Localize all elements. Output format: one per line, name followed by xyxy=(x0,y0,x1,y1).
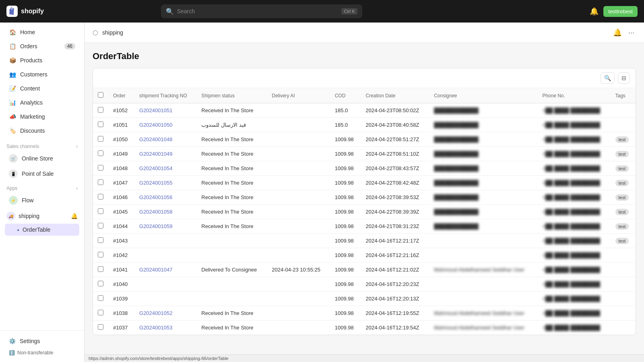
tracking-link[interactable]: G2024001053 xyxy=(139,325,172,331)
row-checkbox[interactable] xyxy=(98,179,103,185)
row-tracking[interactable]: G2024001053 xyxy=(134,321,196,335)
header-more-button[interactable]: ··· xyxy=(627,27,636,39)
row-cod: 1009.98 xyxy=(330,292,361,306)
tag-badge: test xyxy=(615,180,629,186)
sidebar-item-online-store[interactable]: 🛒 Online Store xyxy=(2,151,82,166)
sidebar-item-marketing[interactable]: 📣 Marketing xyxy=(2,110,82,123)
row-tracking[interactable]: G2024001047 xyxy=(134,263,196,277)
search-toolbar-button[interactable]: 🔍 xyxy=(601,72,615,84)
row-order: #1046 xyxy=(108,190,134,205)
tracking-link[interactable]: G2024001058 xyxy=(139,209,172,215)
row-delivery-ai xyxy=(267,277,330,292)
row-checkbox[interactable] xyxy=(98,252,103,257)
sidebar-item-orders[interactable]: 📋 Orders 46 xyxy=(2,39,82,53)
content-header: ⬡ shipping 🔔 ··· xyxy=(85,23,644,43)
row-created: 2024-04-16T12:21:02Z xyxy=(361,263,429,277)
sidebar-item-home[interactable]: 🏠 Home xyxy=(2,25,82,39)
sidebar-item-customers[interactable]: 👥 Customers xyxy=(2,68,82,81)
tracking-link[interactable]: G2024001055 xyxy=(139,180,172,186)
row-created: 2024-04-22T08:51:10Z xyxy=(361,147,429,161)
search-input[interactable] xyxy=(177,8,339,14)
row-checkbox[interactable] xyxy=(98,266,103,272)
header-bell-button[interactable]: 🔔 xyxy=(611,27,623,39)
row-tracking[interactable]: G2024001058 xyxy=(134,205,196,219)
row-checkbox[interactable] xyxy=(98,295,103,301)
row-checkbox[interactable] xyxy=(98,324,103,330)
row-tags xyxy=(611,321,636,335)
row-consignee xyxy=(429,277,537,292)
row-checkbox[interactable] xyxy=(98,107,103,113)
row-checkbox[interactable] xyxy=(98,136,103,142)
row-tracking[interactable]: G2024001054 xyxy=(134,161,196,176)
tracking-link[interactable]: G2024001051 xyxy=(139,107,172,113)
row-tracking[interactable]: G2024001052 xyxy=(134,306,196,321)
row-created: 2024-04-23T08:40:58Z xyxy=(361,118,429,132)
sidebar-item-analytics[interactable]: 📊 Analytics xyxy=(2,96,82,109)
row-cod: 1009.98 xyxy=(330,234,361,248)
row-delivery-ai xyxy=(267,248,330,263)
sidebar-item-point-of-sale[interactable]: 📱 Point of Sale xyxy=(2,167,82,181)
sidebar-item-ordertable[interactable]: ● OrderTable xyxy=(5,224,79,236)
row-tracking[interactable]: G2024001056 xyxy=(134,190,196,205)
orders-icon: 📋 xyxy=(9,43,16,50)
notification-button[interactable]: 🔔 xyxy=(590,7,599,16)
row-tracking[interactable]: G2024001051 xyxy=(134,103,196,118)
row-checkbox[interactable] xyxy=(98,237,103,243)
row-checkbox[interactable] xyxy=(98,165,103,171)
tracking-link[interactable]: G2024001056 xyxy=(139,194,172,200)
row-tracking[interactable]: G2024001059 xyxy=(134,219,196,234)
tracking-link[interactable]: G2024001049 xyxy=(139,151,172,157)
row-order: #1042 xyxy=(108,248,134,263)
row-tags: test xyxy=(611,234,636,248)
select-all-checkbox[interactable] xyxy=(98,92,103,98)
row-tracking[interactable]: G2024001050 xyxy=(134,118,196,132)
tracking-link[interactable]: G2024001059 xyxy=(139,223,172,229)
col-consignee: Consignee xyxy=(429,88,537,103)
tracking-link[interactable]: G2024001048 xyxy=(139,136,172,142)
row-tracking xyxy=(134,277,196,292)
sidebar-item-content[interactable]: 📝 Content xyxy=(2,82,82,95)
row-cod: 1009.98 xyxy=(330,205,361,219)
row-tracking[interactable]: G2024001049 xyxy=(134,147,196,161)
info-icon: ℹ️ xyxy=(9,350,15,356)
tracking-link[interactable]: G2024001047 xyxy=(139,267,172,273)
sidebar-item-discounts[interactable]: 🏷️ Discounts xyxy=(2,124,82,138)
filter-toolbar-button[interactable]: ⊟ xyxy=(618,72,630,84)
tag-badge: test xyxy=(615,223,629,230)
row-checkbox[interactable] xyxy=(98,150,103,156)
brand-logo[interactable]: shopify xyxy=(6,6,44,17)
table-row: #1052 G2024001051 Received In The Store … xyxy=(93,103,636,118)
tracking-link[interactable]: G2024001052 xyxy=(139,310,172,316)
search-shortcut: Ctrl K xyxy=(341,8,357,14)
row-checkbox[interactable] xyxy=(98,310,103,315)
tracking-link[interactable]: G2024001050 xyxy=(139,122,172,128)
ordertable-bullet: ● xyxy=(17,228,19,232)
row-created: 2024-04-16T12:19:55Z xyxy=(361,306,429,321)
sidebar-item-settings[interactable]: ⚙️ Settings xyxy=(2,335,82,348)
sales-channels-expand[interactable]: › xyxy=(76,144,78,149)
row-checkbox[interactable] xyxy=(98,281,103,286)
sidebar-item-products[interactable]: 📦 Products xyxy=(2,53,82,67)
sidebar-item-flow[interactable]: ⚡ Flow xyxy=(2,193,82,208)
table-row: #1046 G2024001056 Received In The Store … xyxy=(93,190,636,205)
topnav-right: 🔔 testtrebest xyxy=(590,6,638,17)
search-bar[interactable]: 🔍 Ctrl K xyxy=(161,4,362,18)
row-checkbox-cell xyxy=(93,321,108,335)
user-menu-button[interactable]: testtrebest xyxy=(603,6,638,17)
apps-expand[interactable]: › xyxy=(76,185,78,191)
row-checkbox[interactable] xyxy=(98,223,103,228)
row-tracking[interactable]: G2024001048 xyxy=(134,132,196,147)
row-phone: +██ ████ ████████ xyxy=(537,190,610,205)
row-delivery-ai xyxy=(267,176,330,190)
row-checkbox[interactable] xyxy=(98,208,103,214)
row-consignee: ████████████ xyxy=(429,176,537,190)
tracking-link[interactable]: G2024001054 xyxy=(139,165,172,171)
row-cod: 1009.98 xyxy=(330,321,361,335)
row-checkbox[interactable] xyxy=(98,121,103,127)
shipping-header[interactable]: 🚚 shipping 🔔 xyxy=(2,209,82,223)
row-tracking[interactable]: G2024001055 xyxy=(134,176,196,190)
row-delivery-ai xyxy=(267,147,330,161)
row-tags: test xyxy=(611,219,636,234)
row-checkbox[interactable] xyxy=(98,194,103,200)
row-status: Received In The Store xyxy=(196,147,267,161)
